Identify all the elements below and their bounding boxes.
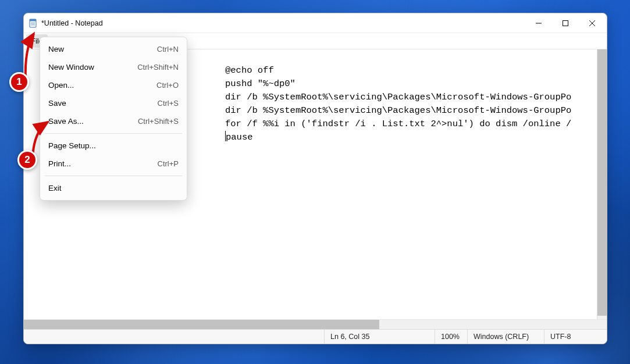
- editor-line: @echo off: [225, 65, 274, 76]
- menu-item-label: Save: [48, 99, 158, 108]
- vertical-scrollbar[interactable]: [597, 49, 607, 319]
- menu-separator: [45, 133, 182, 134]
- menu-item-label: Exit: [48, 184, 179, 192]
- menu-item-accel: Ctrl+Shift+S: [138, 117, 179, 126]
- hscroll-thumb[interactable]: [24, 320, 379, 329]
- menu-separator: [45, 176, 182, 176]
- svg-rect-6: [563, 20, 568, 26]
- menu-item-save-as[interactable]: Save As... Ctrl+Shift+S: [40, 112, 187, 130]
- editor-line: dir /b %SystemRoot%\servicing\Packages\M…: [225, 105, 571, 116]
- menu-item-new-window[interactable]: New Window Ctrl+Shift+N: [40, 58, 187, 76]
- minimize-button[interactable]: [525, 15, 552, 32]
- menu-item-open[interactable]: Open... Ctrl+O: [40, 76, 187, 94]
- window-title: *Untitled - Notepad: [41, 19, 103, 27]
- menu-item-label: New: [48, 45, 157, 53]
- svg-rect-1: [30, 19, 36, 22]
- menu-item-label: Save As...: [48, 117, 138, 126]
- menu-item-page-setup[interactable]: Page Setup...: [40, 137, 187, 155]
- scroll-corner: [597, 320, 607, 329]
- menu-item-label: Print...: [48, 159, 158, 168]
- maximize-button[interactable]: [552, 15, 579, 32]
- status-blank: [24, 330, 324, 344]
- vscroll-thumb[interactable]: [597, 49, 607, 316]
- close-button[interactable]: [579, 15, 606, 32]
- menu-item-label: Open...: [48, 81, 156, 90]
- menu-item-accel: Ctrl+O: [156, 81, 179, 90]
- menu-item-save[interactable]: Save Ctrl+S: [40, 94, 187, 112]
- file-menu-dropdown: New Ctrl+N New Window Ctrl+Shift+N Open.…: [40, 37, 187, 201]
- menu-item-new[interactable]: New Ctrl+N: [40, 40, 187, 58]
- menu-item-accel: Ctrl+S: [158, 99, 179, 108]
- menu-item-accel: Ctrl+Shift+N: [137, 63, 179, 72]
- editor-line: pushd "%~dp0": [225, 78, 296, 89]
- status-position: Ln 6, Col 35: [324, 330, 435, 344]
- status-eol: Windows (CRLF): [467, 330, 544, 344]
- status-encoding: UTF-8: [544, 330, 607, 344]
- annotation-badge-2: 2: [17, 150, 37, 170]
- editor-line: pause: [226, 132, 253, 142]
- status-zoom: 100%: [435, 330, 467, 344]
- menu-item-accel: Ctrl+N: [157, 45, 179, 53]
- titlebar[interactable]: *Untitled - Notepad: [24, 13, 607, 33]
- menu-item-label: Page Setup...: [48, 141, 179, 150]
- editor-line: for /f %%i in ('findstr /i . List.txt 2^…: [225, 119, 571, 129]
- editor-line: dir /b %SystemRoot%\servicing\Packages\M…: [225, 92, 571, 102]
- menu-item-accel: Ctrl+P: [158, 159, 179, 168]
- annotation-number: 2: [24, 154, 30, 166]
- menu-item-print[interactable]: Print... Ctrl+P: [40, 155, 187, 173]
- menu-item-label: New Window: [48, 63, 137, 72]
- menu-item-exit[interactable]: Exit: [40, 179, 187, 197]
- horizontal-scrollbar[interactable]: [24, 320, 597, 329]
- annotation-badge-1: 1: [9, 72, 29, 92]
- annotation-number: 1: [16, 76, 22, 88]
- statusbar: Ln 6, Col 35 100% Windows (CRLF) UTF-8: [24, 329, 607, 344]
- notepad-icon: [29, 19, 38, 28]
